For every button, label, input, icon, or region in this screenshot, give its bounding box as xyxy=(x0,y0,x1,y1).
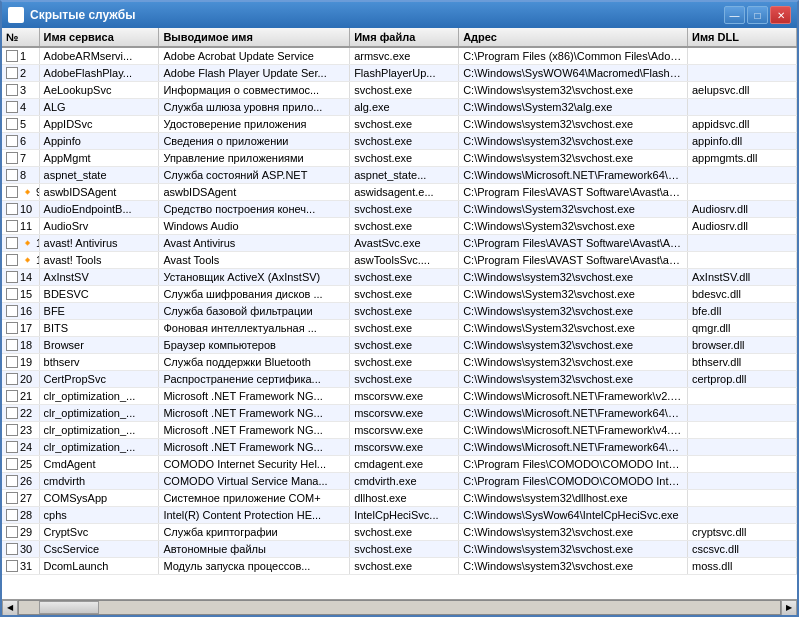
table-row[interactable]: 25CmdAgentCOMODO Internet Security Hel..… xyxy=(2,455,797,472)
row-checkbox[interactable] xyxy=(6,118,18,130)
row-checkbox[interactable] xyxy=(6,458,18,470)
table-row[interactable]: 🔸9aswbIDSAgentaswbIDSAgentaswidsagent.e.… xyxy=(2,183,797,200)
row-checkbox[interactable] xyxy=(6,50,18,62)
window-icon: ⚙ xyxy=(8,7,24,23)
table-row[interactable]: 16BFEСлужба базовой фильтрацииsvchost.ex… xyxy=(2,302,797,319)
cell-addr: C:\Windows\Microsoft.NET\Framework\v2.0.… xyxy=(459,387,688,404)
table-row[interactable]: 14AxInstSVУстановщик ActiveX (AxInstSV)s… xyxy=(2,268,797,285)
row-checkbox[interactable] xyxy=(6,492,18,504)
table-row[interactable]: 11AudioSrvWindows Audiosvchost.exeC:\Win… xyxy=(2,217,797,234)
cell-dll: cryptsvc.dll xyxy=(687,523,796,540)
table-row[interactable]: 2AdobeFlashPlay...Adobe Flash Player Upd… xyxy=(2,64,797,81)
cell-dll: appinfo.dll xyxy=(687,132,796,149)
table-row[interactable]: 3AeLookupSvcИнформация о совместимос...s… xyxy=(2,81,797,98)
row-checkbox[interactable] xyxy=(6,407,18,419)
table-row[interactable]: 21clr_optimization_...Microsoft .NET Fra… xyxy=(2,387,797,404)
hscroll-track[interactable] xyxy=(18,600,781,615)
row-checkbox[interactable] xyxy=(6,322,18,334)
table-row[interactable]: 29CryptSvcСлужба криптографииsvchost.exe… xyxy=(2,523,797,540)
table-row[interactable]: 🔸13avast! ToolsAvast ToolsaswToolsSvc...… xyxy=(2,251,797,268)
scroll-right-arrow[interactable]: ▶ xyxy=(781,600,797,616)
cell-dll: AxInstSV.dll xyxy=(687,268,796,285)
row-checkbox[interactable] xyxy=(6,339,18,351)
maximize-button[interactable]: □ xyxy=(747,6,768,24)
col-header-display[interactable]: Выводимое имя xyxy=(159,28,350,47)
table-row[interactable]: 🔸12avast! AntivirusAvast AntivirusAvastS… xyxy=(2,234,797,251)
row-checkbox[interactable] xyxy=(6,203,18,215)
row-checkbox[interactable] xyxy=(6,509,18,521)
row-checkbox[interactable] xyxy=(6,186,18,198)
row-checkbox[interactable] xyxy=(6,220,18,232)
cell-num: 20 xyxy=(2,370,39,387)
table-row[interactable]: 4ALGСлужба шлюза уровня прило...alg.exeC… xyxy=(2,98,797,115)
table-row[interactable]: 17BITSФоновая интеллектуальная ...svchos… xyxy=(2,319,797,336)
cell-addr: C:\Windows\Microsoft.NET\Framework64\v4.… xyxy=(459,166,688,183)
row-checkbox[interactable] xyxy=(6,390,18,402)
table-row[interactable]: 18BrowserБраузер компьютеровsvchost.exeC… xyxy=(2,336,797,353)
table-row[interactable]: 6AppinfoСведения о приложенииsvchost.exe… xyxy=(2,132,797,149)
row-checkbox[interactable] xyxy=(6,543,18,555)
cell-display: Системное приложение COM+ xyxy=(159,489,350,506)
table-row[interactable]: 26cmdvirthCOMODO Virtual Service Mana...… xyxy=(2,472,797,489)
horizontal-scrollbar[interactable]: ◀ ▶ xyxy=(2,599,797,615)
row-checkbox[interactable] xyxy=(6,475,18,487)
hscroll-thumb[interactable] xyxy=(39,601,99,614)
row-checkbox[interactable] xyxy=(6,67,18,79)
cell-service: AdobeFlashPlay... xyxy=(39,64,159,81)
table-row[interactable]: 7AppMgmtУправление приложениямиsvchost.e… xyxy=(2,149,797,166)
row-checkbox[interactable] xyxy=(6,356,18,368)
col-header-num[interactable]: № xyxy=(2,28,39,47)
table-row[interactable]: 30CscServiceАвтономные файлыsvchost.exeC… xyxy=(2,540,797,557)
cell-addr: C:\Windows\system32\svchost.exe xyxy=(459,336,688,353)
row-checkbox[interactable] xyxy=(6,305,18,317)
table-row[interactable]: 8aspnet_stateСлужба состояний ASP.NETasp… xyxy=(2,166,797,183)
row-checkbox[interactable] xyxy=(6,169,18,181)
cell-addr: C:\Program Files\AVAST Software\Avast\as… xyxy=(459,251,688,268)
col-header-service[interactable]: Имя сервиса xyxy=(39,28,159,47)
row-checkbox[interactable] xyxy=(6,101,18,113)
close-button[interactable]: ✕ xyxy=(770,6,791,24)
row-checkbox[interactable] xyxy=(6,560,18,572)
cell-dll: qmgr.dll xyxy=(687,319,796,336)
row-number: 8 xyxy=(20,169,26,181)
row-checkbox[interactable] xyxy=(6,254,18,266)
col-header-addr[interactable]: Адрес xyxy=(459,28,688,47)
table-row[interactable]: 22clr_optimization_...Microsoft .NET Fra… xyxy=(2,404,797,421)
table-row[interactable]: 31DcomLaunchМодуль запуска процессов...s… xyxy=(2,557,797,574)
cell-display: Управление приложениями xyxy=(159,149,350,166)
minimize-button[interactable]: — xyxy=(724,6,745,24)
table-row[interactable]: 5AppIDSvcУдостоверение приложенияsvchost… xyxy=(2,115,797,132)
col-header-file[interactable]: Имя файла xyxy=(350,28,459,47)
row-checkbox[interactable] xyxy=(6,152,18,164)
cell-display: Распространение сертифика... xyxy=(159,370,350,387)
cell-service: aspnet_state xyxy=(39,166,159,183)
table-row[interactable]: 27COMSysAppСистемное приложение COM+dllh… xyxy=(2,489,797,506)
row-checkbox[interactable] xyxy=(6,84,18,96)
row-checkbox[interactable] xyxy=(6,135,18,147)
cell-num: 22 xyxy=(2,404,39,421)
row-number: 19 xyxy=(20,356,32,368)
row-checkbox[interactable] xyxy=(6,237,18,249)
table-container[interactable]: № Имя сервиса Выводимое имя Имя файла Ад… xyxy=(2,28,797,599)
table-row[interactable]: 23clr_optimization_...Microsoft .NET Fra… xyxy=(2,421,797,438)
col-header-dll[interactable]: Имя DLL xyxy=(687,28,796,47)
row-checkbox[interactable] xyxy=(6,424,18,436)
table-row[interactable]: 24clr_optimization_...Microsoft .NET Fra… xyxy=(2,438,797,455)
cell-service: AxInstSV xyxy=(39,268,159,285)
cell-service: DcomLaunch xyxy=(39,557,159,574)
row-checkbox[interactable] xyxy=(6,373,18,385)
row-checkbox[interactable] xyxy=(6,441,18,453)
table-row[interactable]: 19bthservСлужба поддержки Bluetoothsvcho… xyxy=(2,353,797,370)
row-checkbox[interactable] xyxy=(6,288,18,300)
table-row[interactable]: 10AudioEndpointB...Средство построения к… xyxy=(2,200,797,217)
table-row[interactable]: 1AdobeARMservi...Adobe Acrobat Update Se… xyxy=(2,47,797,64)
cell-num: 2 xyxy=(2,64,39,81)
row-checkbox[interactable] xyxy=(6,271,18,283)
content-area: № Имя сервиса Выводимое имя Имя файла Ад… xyxy=(2,28,797,615)
table-row[interactable]: 20CertPropSvcРаспространение сертифика..… xyxy=(2,370,797,387)
table-row[interactable]: 28cphsIntel(R) Content Protection HE...I… xyxy=(2,506,797,523)
cell-service: clr_optimization_... xyxy=(39,387,159,404)
scroll-left-arrow[interactable]: ◀ xyxy=(2,600,18,616)
row-checkbox[interactable] xyxy=(6,526,18,538)
table-row[interactable]: 15BDESVCСлужба шифрования дисков ...svch… xyxy=(2,285,797,302)
